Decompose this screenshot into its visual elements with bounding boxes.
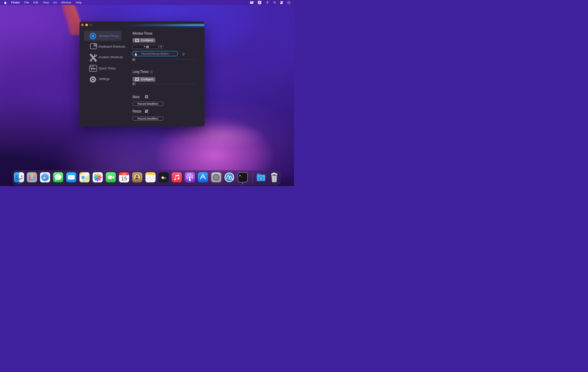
svg-text:tv: tv: [163, 176, 166, 180]
svg-text:JAN: JAN: [122, 173, 126, 175]
svg-text:A: A: [259, 1, 260, 4]
svg-text:15: 15: [121, 175, 127, 182]
svg-text:>_: >_: [239, 174, 243, 178]
